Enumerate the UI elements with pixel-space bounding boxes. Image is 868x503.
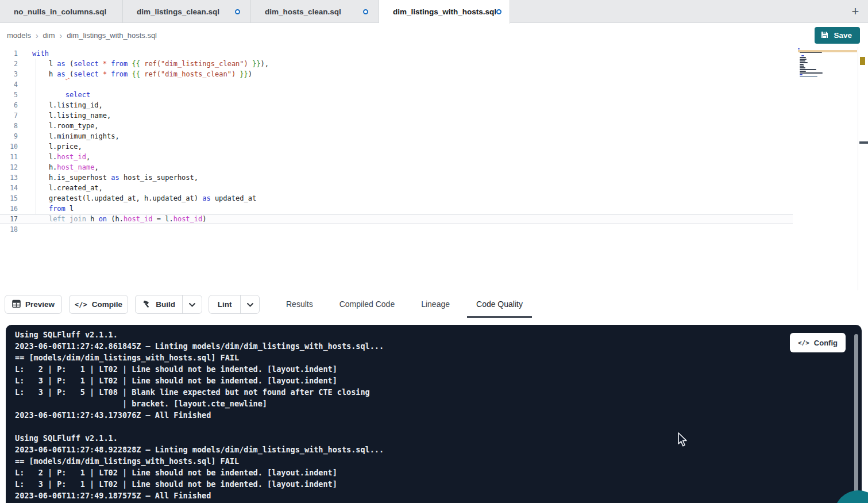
terminal-line: L: 3 | P: 1 | LT02 | Line should not be … xyxy=(15,376,862,387)
result-tab-lineage[interactable]: Lineage xyxy=(412,290,459,318)
minimap-highlight-stripe xyxy=(798,50,857,52)
code-text: l.host_id, xyxy=(32,152,90,162)
config-button-label: Config xyxy=(814,339,838,347)
overview-ruler-warning-marker xyxy=(860,57,865,65)
save-icon xyxy=(820,30,829,41)
build-button-label: Build xyxy=(156,300,175,309)
minimap-line xyxy=(800,72,823,74)
terminal-scrollbar[interactable] xyxy=(854,334,858,497)
preview-button-label: Preview xyxy=(25,300,55,309)
code-line-current[interactable]: 17 left join h on (h.host_id = l.host_id… xyxy=(0,214,793,224)
build-dropdown-button[interactable] xyxy=(182,295,202,313)
minimap-line xyxy=(800,74,803,75)
file-tab-dim_hosts_clean[interactable]: dim_hosts_clean.sql xyxy=(251,0,379,23)
breadcrumb-separator: › xyxy=(36,31,38,40)
minimap-line xyxy=(800,69,816,70)
result-tab-code-quality[interactable]: Code Quality xyxy=(467,290,532,318)
lint-button[interactable]: Lint xyxy=(209,295,240,313)
terminal-line: Using SQLFluff v2.1.1. xyxy=(15,330,862,341)
code-line[interactable]: 5 select xyxy=(0,90,793,100)
file-tab-no_nulls_in_columns[interactable]: no_nulls_in_columns.sql xyxy=(0,0,123,23)
code-line[interactable]: 15 greatest(l.updated_at, h.updated_at) … xyxy=(0,193,793,203)
minimap[interactable] xyxy=(798,48,858,129)
unsaved-changes-dot xyxy=(235,9,240,14)
code-text: select xyxy=(32,90,90,100)
line-number: 9 xyxy=(0,131,18,141)
code-brackets-icon: </> xyxy=(798,339,809,347)
line-number: 12 xyxy=(0,162,18,172)
save-button-label: Save xyxy=(834,31,852,40)
breadcrumb-item[interactable]: models xyxy=(7,31,31,40)
code-text: from l xyxy=(32,203,74,214)
file-header-bar: models›dim›dim_listings_with_hosts.sql S… xyxy=(0,24,868,47)
preview-grid-icon xyxy=(12,300,21,310)
compile-button[interactable]: </> Compile xyxy=(69,295,128,314)
build-button[interactable]: Build xyxy=(136,295,182,313)
config-button[interactable]: </> Config xyxy=(790,333,846,352)
lint-dropdown-button[interactable] xyxy=(240,295,259,313)
code-text: h.is_superhost as host_is_superhost, xyxy=(32,172,198,183)
code-line[interactable]: 9 l.minimum_nights, xyxy=(0,131,793,141)
code-line[interactable]: 10 l.price, xyxy=(0,141,793,152)
line-number: 8 xyxy=(0,121,18,131)
terminal-output: Using SQLFluff v2.1.1.2023-06-06T11:27:4… xyxy=(15,330,862,502)
terminal-line: == [models/dim/dim_listings_with_hosts.s… xyxy=(15,456,862,468)
lint-button-group: Lint xyxy=(209,295,260,314)
code-text: l.listing_name, xyxy=(32,110,111,121)
line-number: 1 xyxy=(0,48,18,59)
code-line[interactable]: 16 from l xyxy=(0,203,793,214)
terminal-line: 2023-06-06T11:27:48.922828Z – Linting mo… xyxy=(15,445,862,456)
minimap-line xyxy=(800,64,803,65)
minimap-line xyxy=(800,67,805,68)
terminal-line: L: 2 | P: 1 | LT02 | Line should not be … xyxy=(15,364,862,376)
code-line[interactable]: 6 l.listing_id, xyxy=(0,100,793,110)
editor-toolbar: Preview </> Compile Build xyxy=(0,290,868,318)
lint-output-terminal[interactable]: Using SQLFluff v2.1.1.2023-06-06T11:27:4… xyxy=(6,325,862,503)
line-number: 18 xyxy=(0,224,18,235)
code-line[interactable]: 4 xyxy=(0,79,793,90)
code-line[interactable]: 12 h.host_name, xyxy=(0,162,793,172)
code-text: h as (select * from {{ ref("dim_hosts_cl… xyxy=(32,69,252,79)
terminal-line: L: 3 | P: 5 | LT08 | Blank line expected… xyxy=(15,387,862,399)
code-line[interactable]: 8 l.room_type, xyxy=(0,121,793,131)
save-button[interactable]: Save xyxy=(815,27,860,44)
file-tab-bar: no_nulls_in_columns.sqldim_listings_clea… xyxy=(0,0,868,23)
breadcrumb-item[interactable]: dim_listings_with_hosts.sql xyxy=(67,31,157,40)
code-line[interactable]: 7 l.listing_name, xyxy=(0,110,793,121)
preview-button[interactable]: Preview xyxy=(5,295,62,314)
line-number: 11 xyxy=(0,152,18,162)
file-tab-dim_listings_with_hosts[interactable]: dim_listings_with_hosts.sql xyxy=(379,0,510,24)
terminal-line: == [models/dim/dim_listings_with_hosts.s… xyxy=(15,353,862,364)
minimap-line xyxy=(800,59,807,60)
line-number: 16 xyxy=(0,203,18,214)
file-tab-label: no_nulls_in_columns.sql xyxy=(14,7,106,16)
code-line[interactable]: 2 l as (select * from {{ ref("dim_listin… xyxy=(0,59,793,69)
overview-ruler-position-marker xyxy=(859,141,868,144)
code-editor[interactable]: 1with2 l as (select * from {{ ref("dim_l… xyxy=(0,47,868,290)
line-number: 7 xyxy=(0,110,18,121)
result-tab-results[interactable]: Results xyxy=(277,290,322,318)
new-tab-button[interactable]: + xyxy=(843,0,868,23)
code-line[interactable]: 14 l.created_at, xyxy=(0,183,793,193)
terminal-line: 2023-06-06T11:27:49.187575Z – All Finish… xyxy=(15,491,862,502)
unsaved-changes-dot xyxy=(496,9,501,14)
code-line[interactable]: 18 xyxy=(0,224,793,235)
minimap-line xyxy=(800,62,808,63)
line-number: 14 xyxy=(0,183,18,193)
minimap-line xyxy=(800,60,805,62)
file-tab-dim_listings_clean[interactable]: dim_listings_clean.sql xyxy=(123,0,251,23)
terminal-line: 2023-06-06T11:27:43.173076Z – All Finish… xyxy=(15,410,862,422)
code-line[interactable]: 1with xyxy=(0,48,793,59)
code-line[interactable]: 3 h as (select * from {{ ref("dim_hosts_… xyxy=(0,69,793,79)
file-tab-label: dim_listings_clean.sql xyxy=(137,7,219,16)
hammer-icon xyxy=(142,300,151,310)
code-line[interactable]: 13 h.is_superhost as host_is_superhost, xyxy=(0,172,793,183)
line-number: 3 xyxy=(0,69,18,79)
code-text: l.minimum_nights, xyxy=(32,131,119,141)
result-tab-compiled-code[interactable]: Compiled Code xyxy=(330,290,404,318)
code-line[interactable]: 11 l.host_id, xyxy=(0,152,793,162)
line-number: 2 xyxy=(0,59,18,69)
code-text: with xyxy=(32,48,49,59)
breadcrumb-item[interactable]: dim xyxy=(43,31,55,40)
breadcrumb: models›dim›dim_listings_with_hosts.sql xyxy=(7,24,157,47)
